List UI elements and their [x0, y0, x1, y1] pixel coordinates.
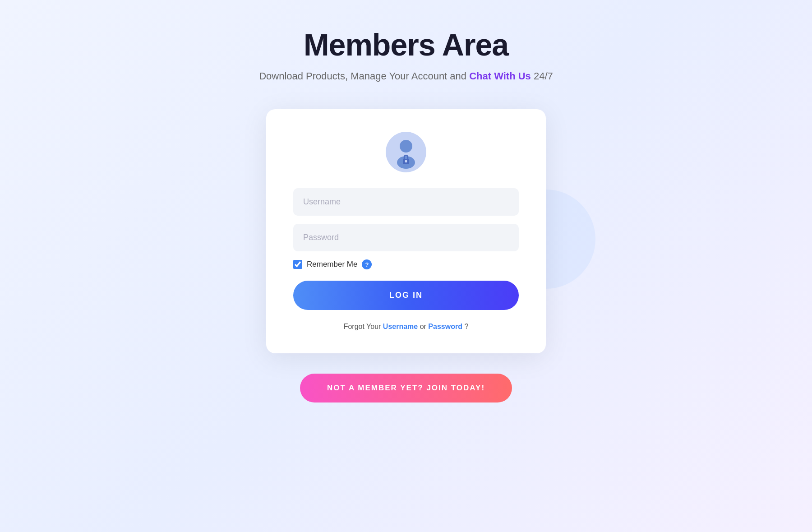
join-today-button[interactable]: NOT A MEMBER YET? JOIN TODAY! — [300, 374, 512, 402]
subtitle-prefix: Download Products, Manage Your Account a… — [259, 70, 469, 82]
svg-rect-4 — [406, 161, 406, 163]
remember-me-checkbox[interactable] — [293, 260, 302, 269]
forgot-username-link[interactable]: Username — [383, 323, 418, 330]
forgot-credentials-row: Forgot Your Username or Password ? — [344, 323, 469, 331]
forgot-middle: or — [420, 323, 429, 330]
forgot-password-link[interactable]: Password — [428, 323, 462, 330]
page-header: Members Area Download Products, Manage Y… — [259, 27, 553, 82]
username-input[interactable] — [293, 188, 519, 216]
help-icon[interactable]: ? — [362, 259, 372, 269]
chat-with-us-link[interactable]: Chat With Us — [469, 70, 531, 82]
login-card: Remember Me ? LOG IN Forgot Your Usernam… — [266, 109, 546, 353]
page-title: Members Area — [259, 27, 553, 62]
forgot-prefix: Forgot Your — [344, 323, 383, 330]
help-icon-label: ? — [365, 261, 369, 268]
subtitle-suffix: 24/7 — [534, 70, 553, 82]
forgot-suffix: ? — [464, 323, 468, 330]
remember-me-label: Remember Me — [307, 260, 357, 269]
remember-me-row: Remember Me ? — [293, 259, 519, 269]
page-subtitle: Download Products, Manage Your Account a… — [259, 70, 553, 82]
avatar-icon — [386, 132, 426, 172]
password-input[interactable] — [293, 224, 519, 251]
svg-point-0 — [400, 140, 412, 153]
user-lock-icon — [386, 132, 426, 172]
login-button[interactable]: LOG IN — [293, 281, 519, 310]
